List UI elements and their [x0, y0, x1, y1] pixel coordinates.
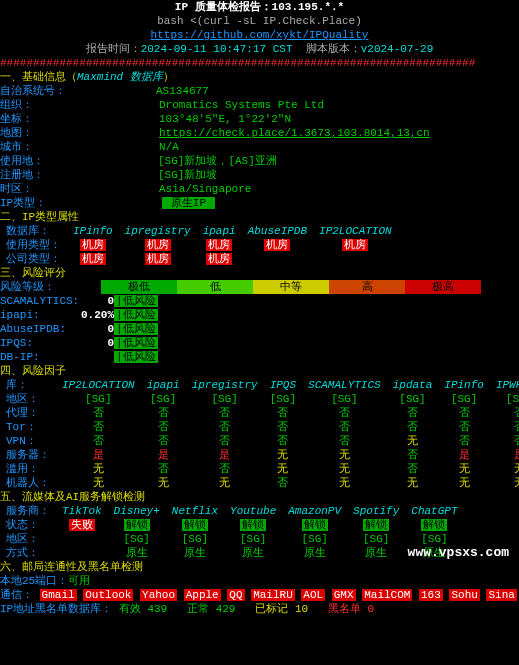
- coord: 103°48'5"E, 1°22'2"N: [159, 113, 291, 125]
- ver-value: v2024-07-29: [361, 43, 434, 55]
- mail-provider: MailCOM: [362, 589, 412, 601]
- mail-provider: Sina: [486, 589, 516, 601]
- mail-provider: Yahoo: [140, 589, 177, 601]
- sec2-title: 二、IP类型属性: [0, 210, 519, 224]
- use-label: 使用地：: [0, 155, 44, 167]
- title: IP 质量体检报告：: [175, 1, 272, 13]
- watermark: www.vpsxs.com: [408, 546, 509, 560]
- sec1-title: 一、基础信息（: [0, 71, 77, 83]
- iptype: 原生IP: [162, 197, 214, 209]
- asn-label: 自治系统号：: [0, 85, 66, 97]
- mail-provider: MailRU: [251, 589, 295, 601]
- reg: [SG]新加坡: [158, 169, 217, 181]
- mail-provider: Outlook: [83, 589, 133, 601]
- mail-provider: 163: [419, 589, 443, 601]
- mail-provider: Apple: [184, 589, 221, 601]
- risk-bar: 极低低中等高极高: [101, 280, 481, 294]
- org: Dromatics Systems Pte Ltd: [159, 99, 324, 111]
- mail-provider: GMX: [332, 589, 356, 601]
- mail-provider: Sohu: [449, 589, 479, 601]
- port: 可用: [68, 575, 90, 587]
- bl-label: IP地址黑名单数据库：: [0, 603, 112, 615]
- org-label: 组织：: [0, 99, 33, 111]
- mail-provider: QQ: [227, 589, 244, 601]
- map-label: 地图：: [0, 127, 33, 139]
- ip: 103.195.*.*: [272, 1, 345, 13]
- risk-factor-table: 库：IP2LOCATIONipapiipregistryIPQSSCAMALYT…: [0, 378, 519, 490]
- city-label: 城市：: [0, 141, 33, 153]
- iptype-label: IP类型：: [0, 197, 46, 209]
- ver-label: 脚本版本：: [306, 43, 361, 55]
- time-label: 报告时间：: [86, 43, 141, 55]
- divider: ########################################…: [0, 56, 519, 70]
- city: N/A: [159, 141, 179, 153]
- use: [SG]新加坡，[AS]亚洲: [158, 155, 277, 167]
- tz-label: 时区：: [0, 183, 33, 195]
- mail-provider: AOL: [301, 589, 325, 601]
- mail-provider: Gmail: [40, 589, 77, 601]
- repo-link[interactable]: https://github.com/xykt/IPQuality: [151, 29, 369, 41]
- reg-label: 注册地：: [0, 169, 44, 181]
- terminal-output: IP 质量体检报告：103.195.*.* bash <(curl -sL IP…: [0, 0, 519, 616]
- sec3-title: 三、风险评分: [0, 266, 519, 280]
- tz: Asia/Singapore: [159, 183, 251, 195]
- bash-cmd: bash <(curl -sL IP.Check.Place): [0, 14, 519, 28]
- sec6-title: 六、邮局连通性及黑名单检测: [0, 560, 519, 574]
- stream-table: 服务商：TikTokDisney+NetflixYoutubeAmazonPVS…: [0, 504, 464, 560]
- risk-label: 风险等级：: [0, 281, 55, 293]
- asn: AS134677: [156, 85, 209, 97]
- iptype-table: 数据库：IPinfoipregistryipapiAbuseIPDBIP2LOC…: [0, 224, 398, 266]
- sec1-db: Maxmind 数据库: [77, 71, 163, 83]
- map-link[interactable]: https://check.place/1.3673,103.8014,13,c…: [159, 127, 430, 139]
- sec4-title: 四、风险因子: [0, 364, 519, 378]
- coord-label: 坐标：: [0, 113, 33, 125]
- sec5-title: 五、流媒体及AI服务解锁检测: [0, 490, 519, 504]
- port-label: 本地25端口：: [0, 575, 68, 587]
- time-value: 2024-09-11 10:47:17 CST: [141, 43, 293, 55]
